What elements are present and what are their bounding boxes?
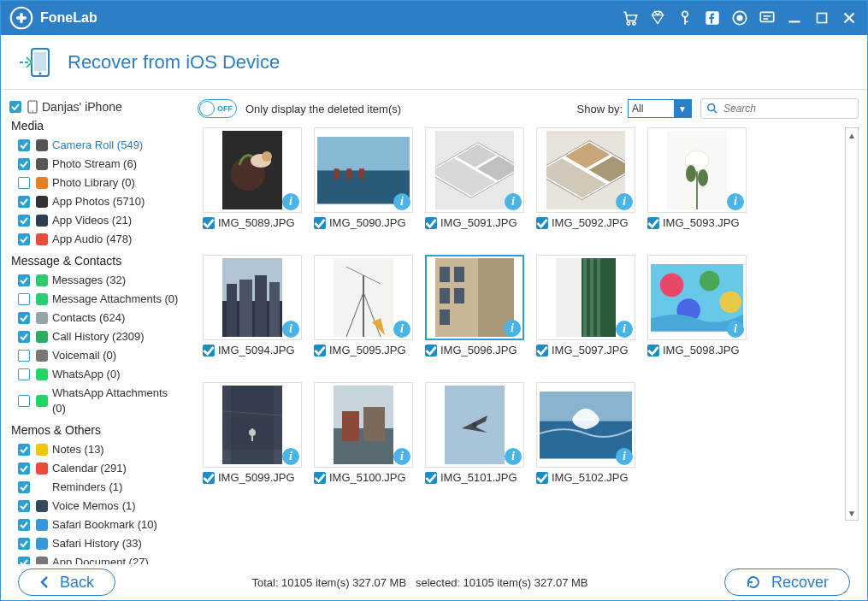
- category-item[interactable]: Voicemail (0): [9, 346, 180, 365]
- thumbnail-item[interactable]: iIMG_5091.JPG: [425, 127, 534, 229]
- category-item[interactable]: App Photos (5710): [9, 192, 180, 211]
- device-checkbox[interactable]: [9, 101, 21, 113]
- thumb-checkbox[interactable]: [536, 217, 548, 229]
- thumbnail-image[interactable]: i: [203, 255, 302, 340]
- category-item[interactable]: Camera Roll (549): [9, 136, 180, 155]
- category-item[interactable]: Notes (13): [9, 440, 180, 459]
- category-checkbox[interactable]: [18, 215, 30, 227]
- category-item[interactable]: Voice Memos (1): [9, 497, 180, 516]
- thumbnail-item[interactable]: iIMG_5096.JPG: [425, 255, 534, 356]
- scroll-up-icon[interactable]: ▲: [846, 128, 858, 142]
- category-checkbox[interactable]: [18, 274, 30, 286]
- thumbnail-item[interactable]: iIMG_5100.JPG: [314, 382, 423, 484]
- thumbnail-item[interactable]: iIMG_5092.JPG: [536, 127, 646, 229]
- category-checkbox[interactable]: [18, 395, 30, 407]
- info-icon[interactable]: i: [616, 448, 633, 465]
- category-checkbox[interactable]: [18, 293, 30, 305]
- info-icon[interactable]: i: [282, 321, 299, 338]
- close-icon[interactable]: [840, 9, 859, 27]
- category-checkbox[interactable]: [18, 350, 30, 362]
- search-input[interactable]: [723, 103, 853, 115]
- category-item[interactable]: App Document (27): [9, 553, 180, 564]
- category-checkbox[interactable]: [18, 500, 30, 512]
- thumb-checkbox[interactable]: [314, 345, 326, 356]
- category-checkbox[interactable]: [18, 368, 30, 380]
- category-checkbox[interactable]: [18, 139, 30, 151]
- thumbnail-image[interactable]: i: [314, 382, 413, 468]
- category-item[interactable]: Message Attachments (0): [9, 290, 180, 309]
- thumbnail-image[interactable]: i: [536, 127, 635, 213]
- info-icon[interactable]: i: [505, 448, 522, 465]
- info-icon[interactable]: i: [727, 193, 744, 210]
- cart-icon[interactable]: [621, 9, 640, 27]
- scrollbar[interactable]: ▲ ▼: [845, 127, 859, 521]
- info-icon[interactable]: i: [393, 448, 410, 465]
- thumbnail-item[interactable]: iIMG_5098.JPG: [647, 255, 757, 356]
- thumbnail-image[interactable]: i: [425, 255, 524, 340]
- thumb-checkbox[interactable]: [647, 217, 659, 229]
- category-checkbox[interactable]: [18, 481, 30, 493]
- thumbnail-item[interactable]: iIMG_5102.JPG: [536, 382, 646, 484]
- thumbnail-image[interactable]: i: [425, 127, 524, 213]
- thumb-checkbox[interactable]: [203, 472, 215, 484]
- category-item[interactable]: App Audio (478): [9, 230, 180, 249]
- info-icon[interactable]: i: [505, 193, 522, 210]
- thumb-checkbox[interactable]: [203, 345, 215, 356]
- thumbnail-item[interactable]: iIMG_5099.JPG: [203, 382, 312, 484]
- maximize-icon[interactable]: [812, 9, 831, 27]
- thumb-checkbox[interactable]: [425, 472, 437, 484]
- category-item[interactable]: Safari Bookmark (10): [9, 516, 180, 534]
- thumbnail-item[interactable]: iIMG_5093.JPG: [647, 127, 757, 229]
- thumbnail-image[interactable]: i: [536, 255, 635, 340]
- category-item[interactable]: Call History (2309): [9, 327, 180, 346]
- info-icon[interactable]: i: [727, 321, 744, 338]
- category-checkbox[interactable]: [18, 233, 30, 245]
- thumbnail-item[interactable]: iIMG_5089.JPG: [203, 127, 312, 229]
- thumbnail-image[interactable]: i: [425, 382, 524, 468]
- category-item[interactable]: App Videos (21): [9, 211, 180, 230]
- back-button[interactable]: Back: [18, 569, 115, 596]
- thumb-checkbox[interactable]: [203, 217, 215, 229]
- facebook-icon[interactable]: [703, 9, 722, 27]
- thumbnail-item[interactable]: iIMG_5101.JPG: [425, 382, 534, 484]
- category-item[interactable]: WhatsApp Attachments (0): [9, 384, 180, 418]
- category-checkbox[interactable]: [18, 538, 30, 550]
- scroll-down-icon[interactable]: ▼: [846, 506, 858, 520]
- thumb-checkbox[interactable]: [536, 345, 548, 356]
- info-icon[interactable]: i: [393, 193, 410, 210]
- info-icon[interactable]: i: [504, 320, 521, 337]
- thumbnail-image[interactable]: i: [647, 127, 747, 213]
- category-checkbox[interactable]: [18, 196, 30, 208]
- category-checkbox[interactable]: [18, 557, 30, 564]
- category-item[interactable]: WhatsApp (0): [9, 365, 180, 384]
- category-checkbox[interactable]: [18, 158, 30, 170]
- category-item[interactable]: Calendar (291): [9, 459, 180, 478]
- show-by-select[interactable]: All ▼: [628, 99, 692, 118]
- category-item[interactable]: Photo Library (0): [9, 174, 180, 192]
- thumbnail-image[interactable]: i: [203, 127, 302, 213]
- category-checkbox[interactable]: [18, 519, 30, 531]
- thumb-checkbox[interactable]: [314, 472, 326, 484]
- recover-button[interactable]: Recover: [724, 569, 850, 596]
- thumbnail-item[interactable]: iIMG_5095.JPG: [314, 255, 423, 356]
- thumbnail-image[interactable]: i: [314, 255, 413, 340]
- thumb-checkbox[interactable]: [425, 345, 437, 356]
- device-row[interactable]: Danjas' iPhone: [9, 100, 180, 114]
- search-box[interactable]: [700, 98, 859, 119]
- thumbnail-image[interactable]: i: [536, 382, 635, 468]
- category-checkbox[interactable]: [18, 177, 30, 189]
- thumbnail-image[interactable]: i: [203, 382, 302, 468]
- category-checkbox[interactable]: [18, 463, 30, 474]
- category-item[interactable]: Safari History (33): [9, 534, 180, 553]
- diamond-icon[interactable]: [648, 9, 667, 27]
- support-icon[interactable]: [730, 9, 749, 27]
- thumbnail-item[interactable]: iIMG_5090.JPG: [314, 127, 423, 229]
- info-icon[interactable]: i: [393, 321, 410, 338]
- info-icon[interactable]: i: [282, 193, 299, 210]
- category-checkbox[interactable]: [18, 444, 30, 456]
- category-checkbox[interactable]: [18, 331, 30, 343]
- info-icon[interactable]: i: [616, 321, 633, 338]
- minimize-icon[interactable]: [785, 9, 804, 27]
- category-item[interactable]: Messages (32): [9, 271, 180, 290]
- category-item[interactable]: Photo Stream (6): [9, 155, 180, 174]
